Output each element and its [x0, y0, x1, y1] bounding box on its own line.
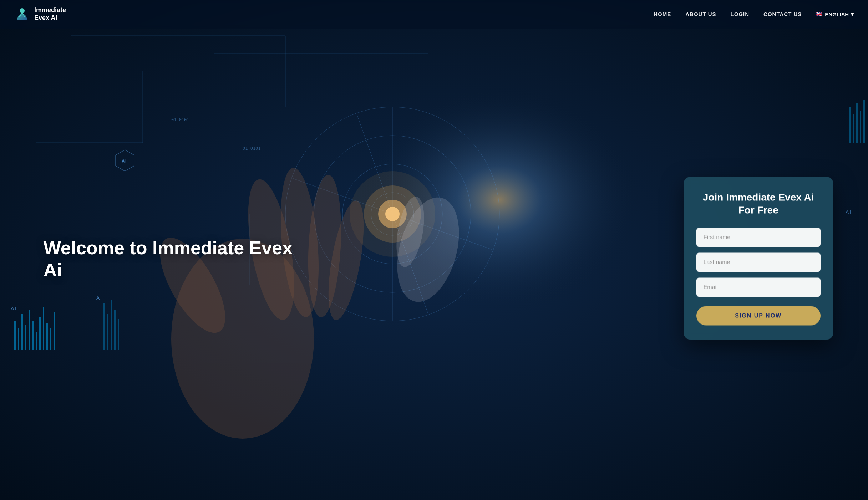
registration-card: Join Immediate Evex Ai For Free SIGN UP …: [684, 177, 833, 340]
svg-rect-23: [111, 300, 112, 350]
svg-rect-18: [46, 323, 48, 350]
svg-line-38: [357, 114, 428, 314]
nav-links: HOME ABOUT US LOGIN CONTACT US 🇬🇧 ENGLIS…: [654, 11, 854, 17]
svg-rect-58: [860, 111, 861, 143]
email-group: [696, 277, 821, 297]
svg-text:AI: AI: [11, 306, 17, 311]
svg-line-35: [317, 138, 468, 290]
svg-point-31: [342, 164, 442, 264]
nav-item-contact[interactable]: CONTACT US: [763, 11, 802, 17]
svg-rect-55: [849, 107, 851, 143]
logo-text: Immediate Evex Ai: [34, 6, 66, 22]
signup-button[interactable]: SIGN UP NOW: [696, 306, 821, 325]
svg-rect-10: [18, 328, 19, 350]
flag-icon: 🇬🇧: [816, 11, 823, 17]
last-name-group: [696, 252, 821, 272]
card-title: Join Immediate Evex Ai For Free: [696, 191, 821, 217]
svg-text:01 0101: 01 0101: [243, 146, 261, 151]
svg-point-1: [285, 71, 642, 357]
svg-point-50: [392, 194, 429, 269]
nav-link-about[interactable]: ABOUT US: [685, 11, 716, 17]
hero-content: Welcome to Immediate Evex Ai: [44, 237, 293, 281]
email-input[interactable]: [696, 277, 821, 297]
svg-point-29: [285, 107, 499, 321]
svg-rect-9: [14, 321, 16, 350]
svg-point-32: [371, 193, 414, 235]
logo[interactable]: Immediate Evex Ai: [14, 6, 66, 22]
svg-rect-13: [29, 310, 30, 350]
svg-point-49: [387, 190, 469, 308]
svg-point-47: [321, 198, 371, 323]
svg-text:AI: AI: [96, 295, 102, 301]
svg-rect-56: [853, 114, 854, 143]
svg-rect-20: [54, 312, 55, 350]
svg-rect-16: [39, 317, 41, 350]
nav-item-login[interactable]: LOGIN: [731, 11, 750, 17]
svg-text:AI: AI: [846, 209, 852, 215]
svg-point-39: [385, 207, 400, 221]
nav-item-language[interactable]: 🇬🇧 ENGLISH ▾: [816, 11, 854, 17]
svg-rect-57: [856, 103, 858, 143]
nav-link-contact[interactable]: CONTACT US: [763, 11, 802, 17]
language-label: ENGLISH: [825, 11, 849, 17]
svg-marker-53: [116, 150, 134, 171]
svg-point-40: [378, 200, 407, 228]
svg-rect-19: [50, 328, 51, 350]
hero-section: AI AI AI: [0, 0, 868, 500]
svg-rect-24: [114, 310, 116, 350]
svg-rect-12: [25, 325, 26, 350]
logo-icon: [14, 6, 30, 22]
svg-point-42: [350, 171, 435, 257]
svg-point-41: [364, 185, 421, 243]
svg-rect-22: [107, 314, 108, 350]
first-name-input[interactable]: [696, 228, 821, 247]
nav-item-home[interactable]: HOME: [654, 11, 671, 17]
hero-title: Welcome to Immediate Evex Ai: [44, 237, 293, 281]
svg-rect-25: [118, 319, 119, 350]
svg-text:AI: AI: [122, 159, 125, 163]
svg-rect-59: [863, 100, 865, 143]
svg-rect-14: [32, 321, 34, 350]
svg-line-36: [317, 138, 468, 290]
svg-point-30: [314, 136, 471, 292]
svg-point-46: [305, 174, 345, 318]
svg-text:01:0101: 01:0101: [171, 117, 189, 122]
last-name-input[interactable]: [696, 252, 821, 272]
svg-rect-15: [36, 332, 37, 350]
chevron-down-icon: ▾: [851, 11, 854, 17]
svg-rect-17: [43, 307, 44, 350]
svg-rect-11: [21, 314, 23, 350]
nav-link-home[interactable]: HOME: [654, 11, 671, 17]
svg-line-37: [293, 178, 492, 250]
svg-rect-21: [103, 303, 105, 350]
first-name-group: [696, 228, 821, 247]
nav-link-login[interactable]: LOGIN: [731, 11, 750, 17]
nav-item-about[interactable]: ABOUT US: [685, 11, 716, 17]
navbar: Immediate Evex Ai HOME ABOUT US LOGIN CO…: [0, 0, 868, 29]
